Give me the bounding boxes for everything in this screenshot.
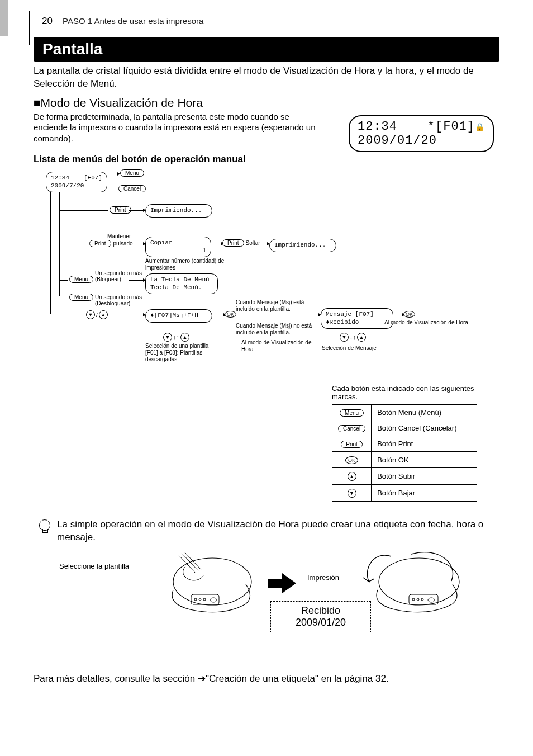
down-arrow-icon: ▼ [86,310,95,319]
up-arrow-icon: ▲ [99,310,108,319]
lock-icon: 🔒 [475,123,485,132]
button-legend-table: Menu Botón Menu (Menú) Cancel Botón Canc… [332,404,477,502]
section-title: Pantalla [34,37,499,62]
flow-menukey-l1: La Tecla De Menú [150,276,213,284]
flow-message-box: Mensaje [F07] ♦Recibido [321,308,393,328]
lcd-time: 12:34 [358,120,397,134]
flow-to-time-2: Al modo de Visualización de Hora [384,319,468,326]
flow-conn [113,315,143,315]
legend-desc: Botón Cancel (Cancelar) [372,420,477,436]
flow-start-screen: 12:34 [F07] 2009/7/20 [46,172,107,192]
svg-point-9 [412,598,415,601]
flow-print-soltar: Print Soltar [222,239,260,247]
flow-conn [140,174,497,174]
subheading-text: Modo de Visualización de Hora [41,96,203,109]
flow-hold-label: Mantener [107,233,131,240]
flow-conn [394,315,402,315]
flow-menukey-box: La Tecla De Menú Tecla De Menú. [145,273,218,294]
menu-list-title: Lista de menús del botón de operación ma… [34,154,499,165]
menu-button-icon: Menu [340,409,364,417]
flow-message-l2: ♦Recibido [326,319,388,326]
svg-point-7 [379,558,459,605]
flow-message-select: Selección de Mensaje [322,345,377,352]
flow-conn [129,280,143,281]
flow-cancel-btn: Cancel [118,185,146,192]
flow-menu-btn: Menu [120,169,144,177]
header-rule [29,11,30,45]
flowchart: 12:34 [F07] 2009/7/20 Menu Cancel Print … [34,169,499,371]
illus-select-template: Seleccione la plantilla [59,562,129,570]
bullet-square-icon: ■ [34,97,41,110]
flow-conn [129,210,143,211]
sample-label-l1: Recibido [281,605,360,617]
cancel-button-icon: Cancel [338,425,365,432]
down-arrow-icon: ▼ [163,333,172,342]
flow-conn [213,315,223,315]
flow-copy-box: Copiar 1 [145,237,211,257]
flow-ok1: OK [225,311,236,318]
side-tab [0,0,8,36]
legend-desc: Botón Bajar [372,485,477,502]
flow-unlock-bottom: (Desbloquear) [95,300,130,307]
ok-button-icon: OK [345,456,358,464]
flow-conn [59,280,68,281]
flow-conn [129,244,143,244]
flow-conn [110,190,117,190]
up-arrow-icon: ▲ [348,472,356,481]
flow-conn [50,192,51,314]
up-arrow-icon: ▲ [180,333,189,342]
lcd-display: 12:34 *[F01]🔒 2009/01/20 [349,115,494,152]
flow-msg-notincl: Cuando Mensaje (Msj) no está incluido en… [236,323,325,336]
flow-printing: Imprimiendo... [145,204,212,217]
intro-paragraph: La pantalla de cristal líquido está divi… [34,65,499,91]
flow-msg-incl: Cuando Mensaje (Msj) está incluido en la… [236,299,320,313]
up-arrow-icon: ▲ [357,333,366,342]
flow-print-btn: Print [110,206,131,214]
sample-label-l2: 2009/01/20 [281,617,360,629]
flow-arrow-btns2: ▼ ↓↑ ▲ [163,333,189,342]
flow-start-tpl: [F07] [84,174,102,182]
flow-conn [50,297,68,297]
flow-conn [50,315,85,315]
flow-ok2: OK [403,311,415,318]
printer-illustration-right [358,551,469,618]
flow-template-note: Selección de una plantilla [F01] a [F08]… [145,343,229,363]
illus-impresion: Impresión [307,573,339,582]
svg-point-11 [421,598,423,601]
flow-conn [59,210,108,211]
flow-menu-lock: Menu (Bloquear) [69,276,121,283]
flow-template-box: ♦[F07]Msj+F+H [145,309,212,322]
flow-conn [256,244,267,244]
flow-printing2: Imprimiendo... [269,239,336,252]
legend-desc: Botón Subir [372,468,477,485]
svg-point-10 [417,598,419,601]
flow-conn [110,174,117,174]
flow-increase-label: Aumentar número (cantidad) de impresione… [145,258,229,271]
svg-point-2 [194,598,197,601]
subheading: ■Modo de Visualización de Hora [34,96,499,110]
svg-point-5 [210,598,217,602]
lightbulb-icon [39,519,50,531]
flow-conn [59,244,88,244]
lcd-template: *[F01] [427,120,475,134]
footer-text: Para más detalles, consulte la sección ➔… [34,673,499,684]
print-button-icon: Print [341,441,363,448]
breadcrumb: PASO 1 Antes de usar esta impresora [63,16,203,26]
footer-prefix: Para más detalles, consulte la sección [34,673,198,684]
legend-desc: Botón Print [372,436,477,452]
flow-start-time: 12:34 [51,174,69,182]
flow-arrow-btns3: ▼ ↓↑ ▲ [340,333,366,342]
tip-text: La simple operación en el modo de Visual… [57,518,499,544]
flow-conn [236,315,318,315]
table-row: ▲ Botón Subir [332,468,477,485]
table-row: Print Botón Print [332,436,477,452]
legend-desc: Botón Menu (Menú) [372,405,477,420]
svg-marker-6 [268,573,296,593]
down-arrow-icon: ▼ [340,333,349,342]
table-row: ▼ Botón Bajar [332,485,477,502]
legend-intro: Cada botón está indicado con las siguien… [332,384,499,401]
lcd-date: 2009/01/20 [358,134,485,148]
svg-point-12 [428,598,435,602]
flow-copy-l2: 1 [150,247,206,254]
flow-start-date: 2009/7/20 [51,182,102,190]
